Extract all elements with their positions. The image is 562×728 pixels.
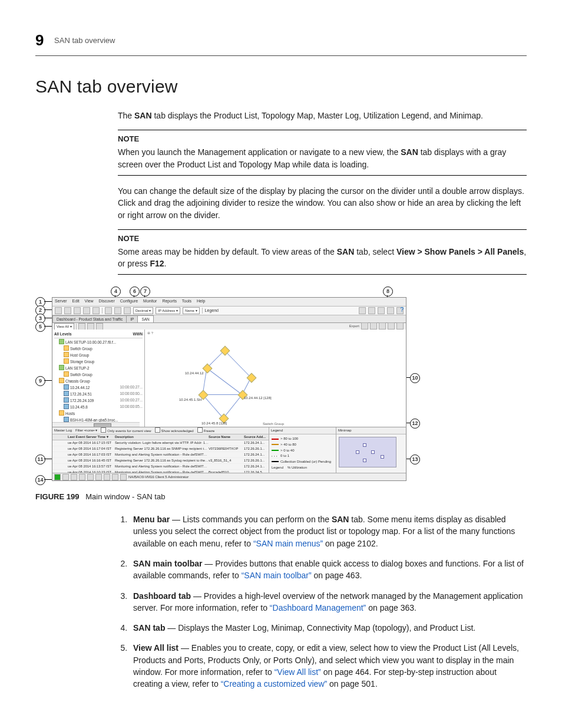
tree-wwn: 10:00:00:05... (120, 404, 143, 410)
export-button[interactable] (379, 322, 386, 330)
toolbar-button[interactable] (92, 307, 100, 314)
log-header[interactable]: Source Name (209, 434, 244, 440)
log-cell: 172.26.26.1... (244, 458, 269, 463)
export-button[interactable] (388, 322, 395, 330)
tree-node[interactable]: Host Group (54, 352, 143, 358)
tree-header-wwn[interactable]: WWN (133, 331, 143, 337)
menu-tools[interactable]: Tools (182, 299, 191, 303)
tree-label: Chassis Group (65, 379, 90, 383)
legend-row: 0 to 1 (272, 453, 333, 459)
tab-dashboard[interactable]: Dashboard - Product Status and Traffic (52, 315, 127, 322)
status-icon[interactable] (54, 474, 61, 480)
tree-node[interactable]: Hosts (54, 410, 143, 417)
log-row[interactable]: ue Apr 08 2014 16:17:04 ISTRegistering S… (52, 446, 269, 452)
tree-icon (64, 358, 69, 364)
log-header[interactable]: Last Event Server Time ▾ (68, 434, 115, 440)
chk-show-ack[interactable]: Show acknowledged (155, 427, 194, 434)
tree-node[interactable]: Chassis Group (54, 378, 143, 384)
intro-paragraph: The SAN tab displays the Product List, T… (118, 110, 527, 121)
log-row[interactable]: ue Apr 08 2014 16:17:15 ISTSecurity viol… (52, 440, 269, 446)
minimap[interactable] (339, 437, 396, 467)
status-icon[interactable] (79, 474, 85, 480)
export-button[interactable] (361, 322, 368, 330)
menu-help[interactable]: Help (197, 299, 205, 303)
toolbar-select-ip[interactable]: IP Address ▾ (156, 307, 180, 314)
log-row[interactable]: ue Apr 08 2014 16:13:57 ISTMonitoring an… (52, 464, 269, 470)
export-button[interactable] (396, 322, 404, 330)
tab-ip[interactable]: IP (126, 315, 138, 322)
toolbar-select-name[interactable]: Name ▾ (183, 307, 200, 314)
toolbar-button[interactable] (64, 307, 71, 314)
toolbar-select-decimal[interactable]: Decimal ▾ (133, 307, 153, 314)
legend-row: > 80 to 100 (272, 436, 333, 442)
log-header[interactable]: Source Add... (244, 434, 269, 440)
status-icon[interactable] (104, 474, 110, 480)
toolbar-button[interactable] (368, 307, 375, 314)
menu-configure[interactable]: Configure (120, 299, 138, 303)
tree-node[interactable]: 172.26.24.5110:00:00:00... (54, 391, 143, 397)
tree-header-levels[interactable]: All Levels (54, 331, 133, 337)
tree-label: Storage Group (70, 360, 94, 364)
menu-view[interactable]: View (85, 299, 94, 303)
toolbar-button[interactable] (378, 307, 385, 314)
menu-edit[interactable]: Edit (72, 299, 80, 303)
chk-current-view[interactable]: Only events for current view (101, 427, 151, 434)
tree-node[interactable]: 10.24.44.1210:00:00:27... (54, 384, 143, 391)
tree-node[interactable]: Storage Group (54, 358, 143, 365)
toolbar-button[interactable] (387, 307, 394, 314)
log-row[interactable]: ue Apr 08 2014 16:17:03 ISTMonitoring an… (52, 452, 269, 458)
chk-freeze[interactable]: Freeze (197, 427, 215, 434)
status-icon[interactable] (120, 474, 127, 480)
topology-map[interactable]: ⊕ ? Switch Group 10.24.44.1210.24.45.1.S… (145, 330, 406, 427)
status-icon[interactable] (95, 474, 102, 480)
menu-bar[interactable]: Server Edit View Discover Configure Moni… (52, 298, 406, 307)
tree-label: 10.24.45.8 (70, 405, 88, 409)
menu-monitor[interactable]: Monitor (143, 299, 157, 303)
toolbar-button[interactable] (105, 307, 112, 314)
product-list[interactable]: All LevelsWWN LAN SETUP-10.00.00.27.f8.f… (52, 330, 145, 427)
toolbar-button[interactable] (124, 307, 131, 314)
topology-node[interactable] (203, 364, 213, 374)
toolbar-button[interactable] (359, 307, 366, 314)
xref-creating-customized-view[interactable]: “Creating a customized view” (221, 679, 328, 689)
log-row[interactable]: ue Apr 08 2014 16:16:45 ISTRegistering S… (52, 458, 269, 464)
status-icon[interactable] (112, 474, 118, 480)
toolbar-button[interactable] (114, 307, 121, 314)
callout-list: Menu bar — Lists commands you can perfor… (118, 513, 527, 690)
toolbar-button[interactable] (55, 307, 62, 314)
screenshot: 1 2 3 4 5 6 7 8 9 10 11 12 13 14 Server (35, 286, 418, 487)
xref-dashboard-management[interactable]: “Dashboard Management” (270, 603, 366, 612)
xref-san-main-menus[interactable]: “SAN main menus” (253, 539, 323, 548)
master-log-table[interactable]: Last Event Server Time ▾DescriptionSourc… (52, 434, 269, 473)
log-header[interactable]: Description (115, 434, 209, 440)
toolbar-button[interactable] (83, 307, 90, 314)
legend-label: Legend (272, 465, 283, 470)
status-icon[interactable] (71, 474, 77, 480)
legend-text: 0 to 1 (280, 453, 289, 459)
tree-node[interactable]: Switch Group (54, 345, 143, 352)
tree-node[interactable]: 10.24.45.810:00:00:05... (54, 404, 143, 410)
zoom-control[interactable]: ⊕ ? (147, 331, 153, 336)
export-button[interactable] (370, 322, 377, 330)
xref-view-all-list[interactable]: “View All list” (275, 667, 321, 677)
status-icon[interactable] (87, 474, 94, 480)
help-icon[interactable]: ? (400, 306, 404, 315)
master-log-filter[interactable]: Filter •none• ▾ (75, 428, 97, 433)
tab-san[interactable]: SAN (137, 315, 153, 322)
tree-node[interactable]: LAN SETUP-2 (54, 365, 143, 371)
tree-node[interactable]: 172.26.24.10910:00:00:27... (54, 397, 143, 404)
tree-node[interactable]: Switch Group (54, 371, 143, 378)
status-icon[interactable] (62, 474, 69, 480)
log-header[interactable] (52, 434, 68, 440)
tree-label: LAN SETUP-2 (65, 366, 90, 370)
tree-icon (64, 384, 69, 390)
tree-node[interactable]: LAN SETUP-10.00.00.27.f8.f... (54, 339, 143, 345)
note-label: NOTE (118, 233, 527, 245)
menu-server[interactable]: Server (55, 299, 67, 303)
callout-7: 7 (140, 286, 150, 297)
menu-discover[interactable]: Discover (99, 299, 115, 303)
menu-reports[interactable]: Reports (162, 299, 177, 303)
toolbar-button[interactable] (74, 307, 81, 314)
note-box-2: NOTE Some areas may be hidden by default… (118, 229, 527, 275)
xref-san-main-toolbar[interactable]: “SAN main toolbar” (242, 571, 312, 580)
